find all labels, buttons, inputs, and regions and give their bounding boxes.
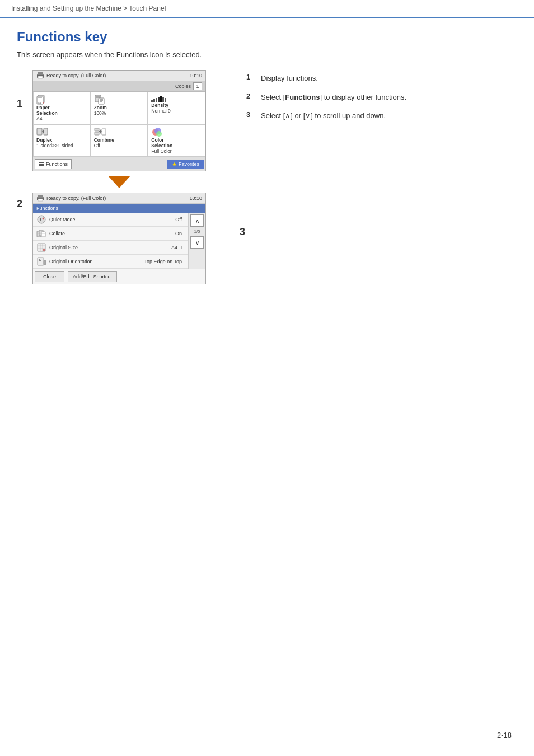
svg-rect-16	[100, 99, 103, 100]
copies-value: 1	[193, 82, 202, 90]
paper-icon: A4	[36, 95, 48, 105]
screen2-time: 10:10	[189, 195, 202, 201]
printer-icon	[36, 72, 44, 79]
svg-rect-21	[95, 128, 99, 131]
scroll-up-button[interactable]: ∧	[190, 214, 204, 227]
function-grid: A4 Paper Selection A4	[33, 92, 205, 157]
label-2: 2	[17, 198, 28, 210]
page-title: Functions key	[17, 29, 517, 45]
instr-text-3: Select [∧] or [∨] to scroll up and down.	[261, 110, 386, 122]
func-item-collate: Collate On	[33, 227, 188, 241]
screen1: Ready to copy. (Full Color) 10:10 Copies…	[32, 70, 206, 171]
svg-rect-28	[38, 195, 43, 198]
svg-rect-20	[44, 128, 48, 135]
svg-rect-2	[38, 76, 43, 78]
duplex-icon	[36, 127, 49, 137]
func-cell-color: Color Selection Full Color	[148, 124, 205, 157]
func-cell-combine: Combine Off	[91, 124, 148, 157]
color-icon	[151, 127, 163, 137]
scroll-down-button[interactable]: ∨	[190, 236, 204, 249]
color-selection-label2: Selection	[151, 143, 172, 148]
svg-rect-22	[95, 132, 99, 135]
functions-button[interactable]: Functions	[35, 159, 72, 169]
svg-rect-29	[38, 199, 43, 201]
screen1-header: Ready to copy. (Full Color) 10:10	[33, 71, 205, 81]
page-number: 2-18	[497, 731, 512, 739]
zoom-value: 100%	[94, 110, 106, 116]
zoom-icon	[94, 95, 106, 105]
label-3: 3	[240, 226, 245, 238]
screen2-bottom-bar: Close Add/Edit Shortcut	[33, 269, 205, 284]
func-item-orig-orient: Original Orientation Top Edge on Top	[33, 255, 188, 269]
func-item-orig-size: Original Size A4 □	[33, 241, 188, 255]
down-arrow-icon	[108, 176, 130, 188]
instr-text-1: Display functions.	[261, 73, 318, 84]
screen2: Ready to copy. (Full Color) 10:10 Functi…	[32, 193, 206, 284]
quiet-mode-icon	[36, 215, 46, 224]
collate-icon	[36, 229, 46, 238]
func-cell-paper: A4 Paper Selection A4	[33, 92, 91, 124]
svg-rect-13	[96, 96, 100, 97]
color-selection-value: Full Color	[151, 148, 171, 154]
func-cell-density: Density Normal 0	[148, 92, 205, 124]
instr-num-1: 1	[246, 73, 255, 81]
favorites-btn-label: Favorites	[179, 161, 199, 167]
func-list-with-scroll: Quiet Mode Off	[33, 213, 205, 269]
density-value: Normal 0	[151, 108, 170, 114]
close-button[interactable]: Close	[35, 271, 64, 282]
duplex-label: Duplex	[36, 137, 52, 143]
svg-rect-18	[100, 101, 102, 102]
svg-rect-9	[38, 99, 42, 99]
screen1-time: 10:10	[189, 73, 202, 78]
instr-num-3: 3	[246, 110, 255, 119]
combine-value: Off	[94, 143, 100, 148]
svg-rect-45	[38, 264, 41, 264]
instruction-item-3: 3 Select [∧] or [∨] to scroll up and dow…	[246, 110, 517, 122]
svg-rect-44	[38, 263, 43, 263]
svg-point-26	[156, 131, 162, 137]
screen2-functions-header: Functions	[33, 204, 205, 213]
svg-rect-8	[38, 97, 42, 98]
svg-rect-19	[37, 128, 42, 135]
orig-size-label: Original Size	[49, 245, 171, 250]
instruction-item-2: 2 Select [Functions] to display other fu…	[246, 92, 517, 103]
color-selection-label: Color	[151, 137, 163, 143]
svg-rect-35	[41, 232, 45, 237]
page-subtitle: This screen appears when the Functions i…	[17, 50, 517, 59]
label-1: 1	[17, 98, 28, 110]
combine-label: Combine	[94, 137, 114, 143]
orig-orient-icon	[36, 257, 46, 266]
svg-rect-23	[102, 129, 106, 135]
duplex-value: 1-sided>>1-sided	[36, 143, 73, 148]
paper-selection-label: Paper	[36, 105, 50, 110]
func-cell-duplex: Duplex 1-sided>>1-sided	[33, 124, 91, 157]
orig-size-icon	[36, 243, 46, 252]
svg-rect-10	[38, 100, 41, 100]
paper-selection-value: A4	[36, 116, 42, 122]
star-icon: ★	[172, 161, 177, 167]
func-list-items: Quiet Mode Off	[33, 213, 188, 269]
svg-rect-17	[100, 100, 103, 101]
scroll-buttons: ∧ 1/5 ∨	[188, 213, 205, 269]
svg-rect-41	[43, 249, 45, 251]
quiet-mode-value: Off	[175, 217, 182, 222]
functions-lines-icon	[39, 162, 44, 166]
arrow-container	[32, 176, 206, 188]
orig-size-value: A4 □	[171, 245, 182, 250]
func-cell-zoom: Zoom 100%	[91, 92, 148, 124]
zoom-label: Zoom	[94, 105, 107, 110]
svg-rect-46	[44, 260, 46, 265]
orig-orient-label: Original Orientation	[49, 259, 144, 264]
collate-value: On	[175, 231, 182, 236]
add-edit-shortcut-button[interactable]: Add/Edit Shortcut	[68, 271, 117, 282]
density-label: Density	[151, 102, 168, 108]
functions-btn-label: Functions	[46, 161, 68, 167]
favorites-button[interactable]: ★ Favorites	[167, 160, 204, 169]
copies-label: Copies	[175, 83, 191, 89]
screen1-status: Ready to copy. (Full Color)	[46, 73, 106, 78]
func-item-quiet: Quiet Mode Off	[33, 213, 188, 227]
collate-label: Collate	[49, 231, 175, 236]
breadcrumb: Installing and Setting up the Machine > …	[11, 4, 166, 12]
instruction-item-1: 1 Display functions.	[246, 73, 517, 84]
screen1-bottom-bar: Functions ★ Favorites	[33, 157, 205, 171]
